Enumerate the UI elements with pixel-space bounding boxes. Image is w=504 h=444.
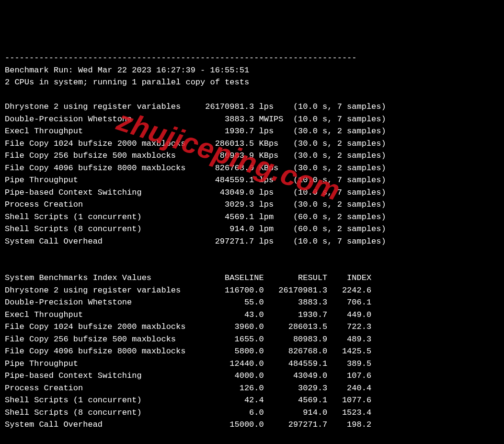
benchmark-run-line: Benchmark Run: Wed Mar 22 2023 16:27:39 … [5,66,249,75]
separator-line: ----------------------------------------… [5,53,357,62]
cpu-info-line: 2 CPUs in system; running 1 parallel cop… [5,78,249,87]
index-values-block: System Benchmarks Index Values BASELINE … [5,272,499,431]
test-results-block: Dhrystone 2 using register variables 261… [5,101,499,247]
